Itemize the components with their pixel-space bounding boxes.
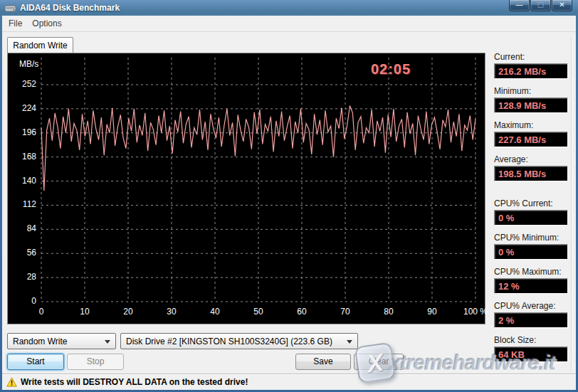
tab-random-write[interactable]: Random Write	[7, 37, 73, 53]
menu-options[interactable]: Options	[27, 16, 66, 31]
stat-group: Current:216.2 MB/s	[494, 52, 568, 79]
close-button[interactable]: ✕	[552, 0, 572, 11]
warning-message: Write tests will DESTROY ALL DATA on the…	[21, 377, 248, 387]
y-axis-tick-label: 28	[8, 272, 36, 282]
chevron-down-icon	[105, 340, 110, 344]
stat-value-box: 227.6 MB/s	[494, 132, 568, 147]
x-axis-tick-label: 50	[243, 307, 274, 317]
stat-value-box: 0 %	[494, 244, 568, 260]
x-axis-tick-label: 60	[286, 307, 317, 317]
stat-value: 0 %	[495, 213, 514, 223]
disk-drive-icon	[4, 4, 16, 13]
y-axis-tick-label: 56	[8, 248, 36, 258]
stat-label: Current:	[494, 52, 568, 62]
drive-select[interactable]: Disk Drive #2 [KINGSTON SH100S3240G] (22…	[120, 333, 358, 349]
warning-icon	[6, 377, 17, 387]
stat-group: Maximum:227.6 MB/s	[494, 120, 568, 147]
benchmark-chart: MB/s 02:05 25222419616814011284562800102…	[7, 53, 485, 324]
stat-value-box: 128.9 MB/s	[494, 97, 568, 113]
menu-file[interactable]: File	[4, 16, 27, 31]
stat-label: Block Size:	[494, 335, 568, 345]
y-axis-tick-label: 252	[8, 79, 36, 89]
x-axis-tick-label: 20	[112, 307, 144, 317]
stat-value: 2 %	[495, 315, 514, 326]
chart-plot	[8, 53, 485, 324]
stat-group: CPU% Maximum:12 %	[494, 267, 568, 294]
chevron-down-icon	[347, 340, 352, 344]
stat-group: CPU% Minimum:0 %	[494, 233, 568, 260]
stat-value-box: 198.5 MB/s	[494, 166, 568, 181]
stat-value: 198.5 MB/s	[495, 169, 546, 179]
test-type-select[interactable]: Random Write	[7, 333, 116, 349]
x-axis-tick-label: 70	[330, 307, 361, 317]
stat-value: 64 KB	[495, 349, 525, 360]
clear-button[interactable]: Clear	[354, 354, 404, 370]
drive-select-value: Disk Drive #2 [KINGSTON SH100S3240G] (22…	[126, 337, 332, 346]
stat-label: Maximum:	[494, 120, 568, 130]
stat-label: CPU% Maximum:	[494, 267, 568, 277]
stat-group: Block Size:64 KB	[494, 335, 568, 362]
minimize-button[interactable]: —	[509, 0, 530, 11]
stat-value: 0 %	[495, 247, 514, 258]
y-axis-tick-label: 168	[8, 152, 36, 161]
x-axis-tick-label: 80	[373, 307, 404, 317]
stat-label: CPU% Current:	[494, 198, 568, 208]
stat-value: 128.9 MB/s	[495, 100, 546, 111]
stat-group: Minimum:128.9 MB/s	[494, 86, 568, 113]
stat-value-box: 12 %	[494, 278, 568, 294]
stat-value: 12 %	[495, 281, 520, 292]
test-type-value: Random Write	[13, 337, 67, 346]
status-bar: Write tests will DESTROY ALL DATA on the…	[2, 374, 576, 390]
stat-label: CPU% Average:	[494, 301, 568, 311]
x-axis-tick-label: 10	[69, 307, 100, 317]
y-axis-tick-label: 0	[8, 296, 36, 306]
save-button[interactable]: Save	[295, 354, 351, 370]
stat-group: CPU% Average:2 %	[494, 301, 568, 328]
stat-value-box: 0 %	[494, 210, 568, 226]
stat-label: Minimum:	[494, 86, 568, 96]
app-window: AIDA64 Disk Benchmark — ▢ ✕ File Options…	[0, 0, 578, 392]
start-button[interactable]: Start	[7, 354, 64, 370]
y-axis-tick-label: 224	[8, 103, 36, 113]
elapsed-time: 02:05	[348, 61, 434, 78]
x-axis-tick-label: 30	[156, 307, 187, 317]
stat-group: Average:198.5 MB/s	[494, 154, 568, 181]
y-axis-tick-label: 196	[8, 127, 36, 137]
stat-label: CPU% Minimum:	[494, 233, 568, 243]
maximize-button[interactable]: ▢	[530, 0, 551, 11]
stat-value-box: 216.2 MB/s	[494, 63, 568, 79]
window-title: AIDA64 Disk Benchmark	[20, 3, 120, 13]
y-axis-unit-label: MB/s	[19, 59, 38, 69]
window-body: File Options Random Write MB/s 02:05 252…	[2, 16, 576, 390]
y-axis-tick-label: 84	[8, 223, 36, 233]
menu-bar: File Options	[2, 16, 576, 32]
stop-button[interactable]: Stop	[67, 354, 124, 370]
stat-label: Average:	[494, 154, 568, 164]
stat-value: 216.2 MB/s	[495, 66, 546, 77]
stat-value-box: 64 KB	[494, 346, 568, 362]
y-axis-tick-label: 140	[8, 176, 36, 186]
title-bar[interactable]: AIDA64 Disk Benchmark — ▢ ✕	[0, 0, 578, 16]
sidebar-divider	[571, 37, 572, 371]
x-axis-tick-label: 0	[26, 307, 57, 317]
x-axis-tick-label: 40	[199, 307, 231, 317]
x-axis-tick-label: 90	[416, 307, 448, 317]
stat-value-box: 2 %	[494, 312, 568, 328]
x-axis-tick-label: 100 %	[460, 307, 491, 317]
stat-value: 227.6 MB/s	[495, 134, 546, 145]
y-axis-tick-label: 112	[8, 199, 36, 209]
stat-group: CPU% Current:0 %	[494, 198, 568, 226]
